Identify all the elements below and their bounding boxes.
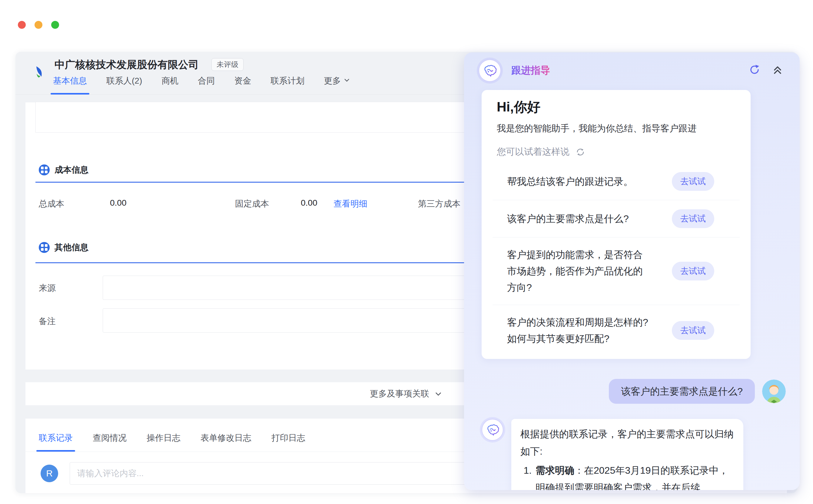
suggestion-list: 帮我总结该客户的跟进记录。 去试试 该客户的主要需求点是什么? 去试试 客户提到… bbox=[482, 163, 751, 356]
tab-print-log[interactable]: 打印日志 bbox=[271, 432, 305, 452]
total-cost-label: 总成本 bbox=[39, 198, 64, 210]
close-button[interactable] bbox=[18, 21, 26, 29]
detail-tabs: 基本信息 联系人(2) 商机 合同 资金 联系计划 更多 bbox=[53, 75, 350, 95]
section-grid-icon bbox=[39, 242, 50, 253]
user-message-row: 该客户的主要需求点是什么? bbox=[464, 379, 786, 404]
user-avatar bbox=[762, 380, 786, 403]
rating-badge: 未评级 bbox=[211, 58, 244, 71]
suggestion-text: 该客户的主要需求点是什么? bbox=[507, 211, 629, 227]
try-hint-row: 您可以试着这样说 bbox=[497, 146, 735, 158]
reset-conversation-icon[interactable] bbox=[748, 63, 761, 76]
total-cost-value: 0.00 bbox=[110, 198, 127, 208]
assistant-avatar-icon bbox=[482, 419, 503, 441]
section-title: 其他信息 bbox=[55, 242, 88, 253]
view-detail-link[interactable]: 查看明细 bbox=[333, 198, 367, 210]
user-message-bubble: 该客户的主要需求点是什么? bbox=[609, 379, 755, 404]
assistant-welcome-card: Hi,你好 我是您的智能助手，我能为你总结、指导客户跟进 您可以试着这样说 帮我… bbox=[482, 90, 751, 359]
other-section-header: 其他信息 bbox=[39, 242, 88, 253]
assistant-reply-bubble: 根据提供的联系记录，客户的主要需求点可以归纳如下: 需求明确：在2025年3月1… bbox=[511, 419, 743, 490]
assistant-reply-row: 根据提供的联系记录，客户的主要需求点可以归纳如下: 需求明确：在2025年3月1… bbox=[482, 419, 800, 490]
try-hint-label: 您可以试着这样说 bbox=[497, 146, 569, 158]
minimize-button[interactable] bbox=[35, 21, 42, 29]
cost-section-header: 成本信息 bbox=[39, 164, 88, 176]
chevron-down-icon bbox=[434, 390, 443, 398]
collapse-panel-icon[interactable] bbox=[771, 63, 784, 76]
user-initial-avatar: R bbox=[41, 465, 58, 482]
section-grid-icon bbox=[39, 164, 50, 175]
remark-label: 备注 bbox=[39, 316, 56, 327]
chevron-down-icon bbox=[343, 76, 350, 84]
section-title: 成本信息 bbox=[55, 164, 88, 176]
suggestion-item: 客户的决策流程和周期是怎样的? 如何与其节奏更好匹配? 去试试 bbox=[482, 305, 751, 356]
tab-contact-records[interactable]: 联系记录 bbox=[39, 432, 73, 452]
assistant-greeting: Hi,你好 bbox=[482, 90, 751, 115]
fixed-cost-label: 固定成本 bbox=[235, 198, 269, 210]
shuffle-suggestions-icon[interactable] bbox=[576, 147, 585, 157]
tab-funds[interactable]: 资金 bbox=[234, 75, 251, 95]
try-it-button[interactable]: 去试试 bbox=[672, 321, 714, 340]
tab-opportunities[interactable]: 商机 bbox=[161, 75, 178, 95]
tab-form-change-log[interactable]: 表单修改日志 bbox=[201, 432, 251, 452]
company-logo-icon bbox=[33, 65, 47, 78]
tab-contracts[interactable]: 合同 bbox=[198, 75, 215, 95]
more-related-items-label: 更多及事项关联 bbox=[370, 388, 429, 400]
assistant-intro: 我是您的智能助手，我能为你总结、指导客户跟进 bbox=[497, 122, 735, 135]
suggestion-text: 客户提到的功能需求，是否符合市场趋势，能否作为产品优化的方向? bbox=[507, 247, 649, 296]
suggestion-item: 客户提到的功能需求，是否符合市场趋势，能否作为产品优化的方向? 去试试 bbox=[482, 237, 751, 305]
assistant-header: 跟进指导 bbox=[464, 52, 800, 90]
screen: 中广核核技术发展股份有限公司 未评级 基本信息 联系人(2) 商机 合同 资金 … bbox=[0, 0, 813, 504]
tab-contact-plan[interactable]: 联系计划 bbox=[270, 75, 304, 95]
suggestion-text: 客户的决策流程和周期是怎样的? 如何与其节奏更好匹配? bbox=[507, 314, 649, 347]
try-it-button[interactable]: 去试试 bbox=[672, 172, 714, 191]
zoom-button[interactable] bbox=[51, 21, 59, 29]
suggestion-text: 帮我总结该客户的跟进记录。 bbox=[507, 173, 633, 190]
tab-view-status[interactable]: 查阅情况 bbox=[93, 432, 127, 452]
third-party-cost-label: 第三方成本 bbox=[418, 198, 460, 210]
reply-intro: 根据提供的联系记录，客户的主要需求点可以归纳如下: bbox=[520, 426, 734, 460]
suggestion-item: 该客户的主要需求点是什么? 去试试 bbox=[482, 200, 751, 237]
window-controls bbox=[18, 21, 59, 29]
fixed-cost-value: 0.00 bbox=[301, 198, 317, 208]
reply-list-item: 需求明确：在2025年3月19日的联系记录中，明确提到需要明确客户需求，并在后续 bbox=[534, 462, 734, 490]
reply-list: 需求明确：在2025年3月19日的联系记录中，明确提到需要明确客户需求，并在后续 bbox=[520, 462, 734, 490]
tab-basic-info[interactable]: 基本信息 bbox=[53, 75, 87, 95]
suggestion-item: 帮我总结该客户的跟进记录。 去试试 bbox=[482, 163, 751, 200]
tab-contacts[interactable]: 联系人(2) bbox=[106, 75, 142, 95]
try-it-button[interactable]: 去试试 bbox=[672, 209, 714, 228]
tab-operation-log[interactable]: 操作日志 bbox=[147, 432, 181, 452]
assistant-avatar-icon bbox=[479, 59, 501, 82]
try-it-button[interactable]: 去试试 bbox=[672, 262, 714, 280]
page-title: 中广核核技术发展股份有限公司 bbox=[55, 58, 199, 71]
source-label: 来源 bbox=[39, 282, 56, 294]
assistant-title: 跟进指导 bbox=[511, 64, 550, 77]
tab-more[interactable]: 更多 bbox=[324, 75, 350, 95]
ai-assistant-panel: 跟进指导 Hi,你好 我是您的智能助手，我能为你总结、指导客户跟进 您可以试着这… bbox=[464, 52, 800, 490]
